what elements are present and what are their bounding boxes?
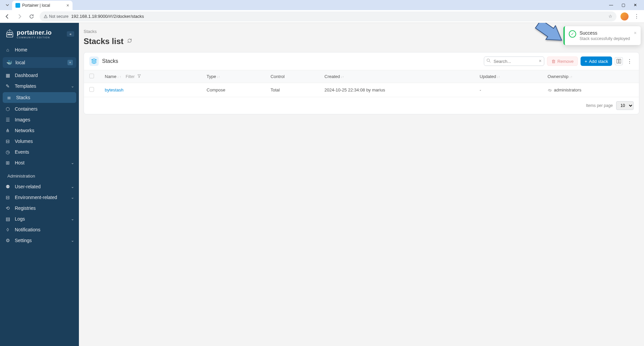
notifications-icon: ◊: [5, 227, 11, 232]
add-stack-button[interactable]: + Add stack: [581, 56, 612, 66]
columns-button[interactable]: [615, 57, 623, 65]
networks-icon: ⋔: [5, 128, 11, 133]
cell-ownership: administrators: [542, 83, 639, 97]
images-icon: ☰: [5, 117, 11, 122]
chevron-down-icon: ⌄: [71, 217, 74, 221]
tab-close-icon[interactable]: ×: [66, 3, 69, 8]
address-bar[interactable]: Not secure 192.168.1.18:9000/#!/2/docker…: [40, 11, 616, 22]
sidebar-item-label: Volumes: [15, 139, 33, 144]
sidebar-item-stacks[interactable]: ≣Stacks: [3, 92, 76, 103]
svg-rect-3: [9, 34, 10, 35]
forward-button[interactable]: [15, 12, 24, 21]
sidebar-item-label: Host: [15, 160, 25, 165]
svg-rect-7: [619, 59, 621, 63]
chevron-down-icon: ⌄: [71, 184, 74, 189]
templates-icon: ✎: [5, 83, 11, 89]
logo-name: portainer.io: [17, 29, 52, 36]
environment-related-icon: ⊟: [5, 195, 11, 200]
portainer-logo[interactable]: portainer.io COMMUNITY EDITION: [5, 29, 52, 39]
sidebar-item-host[interactable]: ⊞Host⌄: [0, 157, 79, 168]
sidebar-item-notifications[interactable]: ◊Notifications: [0, 224, 79, 235]
column-created[interactable]: Created↓↑: [319, 70, 474, 83]
minimize-button[interactable]: —: [606, 1, 616, 9]
collapse-sidebar-button[interactable]: «: [67, 31, 74, 37]
bookmark-icon[interactable]: ☆: [608, 14, 612, 19]
user-related-icon: ⚉: [5, 184, 11, 189]
sidebar-item-registries[interactable]: ⟲Registries: [0, 203, 79, 214]
items-per-page-select[interactable]: 10: [616, 101, 634, 110]
sidebar-item-environment-related[interactable]: ⊟Environment-related⌄: [0, 192, 79, 203]
search-input[interactable]: [484, 56, 544, 66]
containers-icon: ⬡: [5, 106, 11, 112]
profile-avatar[interactable]: [620, 12, 629, 21]
sidebar-item-logs[interactable]: ▤Logs⌄: [0, 214, 79, 224]
maximize-button[interactable]: ▢: [618, 1, 628, 9]
sidebar-item-label: Registries: [15, 205, 36, 211]
column-updated[interactable]: Updated↓↑: [474, 70, 542, 83]
filter-icon[interactable]: [137, 74, 141, 79]
warning-icon: [44, 14, 48, 18]
column-name[interactable]: Name↓↑ Filter: [99, 70, 201, 83]
chevron-down-icon: ⌄: [71, 238, 74, 243]
docker-icon: 🐳: [6, 60, 12, 65]
env-close-icon[interactable]: ×: [67, 60, 73, 65]
logs-icon: ▤: [5, 216, 11, 222]
sidebar-item-images[interactable]: ☰Images: [0, 114, 79, 125]
sidebar-item-containers[interactable]: ⬡Containers: [0, 104, 79, 114]
chevron-down-icon: ⌄: [71, 195, 74, 200]
column-ownership[interactable]: Ownership↓↑: [542, 70, 639, 83]
admin-section-title: Administration: [0, 168, 79, 181]
success-toast: ✓ Success Stack successfully deployed ×: [563, 26, 641, 45]
select-all-checkbox[interactable]: [89, 74, 94, 78]
remove-button[interactable]: 🗑 Remove: [547, 56, 578, 66]
sidebar-item-label: Stacks: [16, 95, 30, 100]
table-menu-button[interactable]: ⋮: [626, 57, 634, 65]
browser-titlebar: Portainer | local × — ▢ ✕: [0, 0, 644, 10]
close-window-button[interactable]: ✕: [631, 1, 640, 9]
refresh-icon[interactable]: [127, 38, 132, 45]
sidebar: portainer.io COMMUNITY EDITION « ⌂ Home …: [0, 23, 79, 346]
toast-close-icon[interactable]: ×: [634, 30, 637, 36]
browser-tab[interactable]: Portainer | local ×: [12, 1, 73, 10]
tab-dropdown[interactable]: [4, 2, 11, 8]
sidebar-item-events[interactable]: ◷Events: [0, 147, 79, 157]
sidebar-item-volumes[interactable]: ⊟Volumes: [0, 136, 79, 147]
browser-toolbar: Not secure 192.168.1.18:9000/#!/2/docker…: [0, 10, 644, 23]
column-control[interactable]: Control: [265, 70, 319, 83]
back-button[interactable]: [3, 12, 11, 21]
cell-created: 2024-10-25 22:34:08 by marius: [319, 83, 474, 97]
reload-button[interactable]: [28, 12, 36, 21]
table-row: bytestash Compose Total 2024-10-25 22:34…: [84, 83, 639, 97]
sidebar-item-settings[interactable]: ⚙Settings⌄: [0, 235, 79, 246]
success-check-icon: ✓: [569, 30, 576, 38]
sidebar-env-selector[interactable]: 🐳 local ×: [3, 57, 76, 68]
toast-message: Stack successfully deployed: [580, 36, 631, 41]
browser-menu-icon[interactable]: ⋮: [633, 12, 641, 21]
stacks-card: Stacks × 🗑 Remove +: [84, 52, 639, 114]
sidebar-item-home[interactable]: ⌂ Home: [0, 44, 79, 55]
dashboard-icon: ▦: [5, 73, 11, 78]
sidebar-item-label: Home: [15, 47, 27, 52]
clear-search-icon[interactable]: ×: [539, 58, 542, 64]
stack-name-link[interactable]: bytestash: [105, 87, 124, 92]
stacks-icon: [89, 56, 99, 66]
toast-title: Success: [580, 30, 631, 36]
sidebar-item-networks[interactable]: ⋔Networks: [0, 125, 79, 136]
events-icon: ◷: [5, 149, 11, 155]
sidebar-item-label: Dashboard: [15, 73, 38, 78]
sidebar-item-templates[interactable]: ✎Templates⌄: [0, 81, 79, 91]
svg-point-5: [487, 59, 490, 62]
trash-icon: 🗑: [551, 59, 556, 64]
security-indicator[interactable]: Not secure: [44, 14, 68, 19]
row-checkbox[interactable]: [89, 87, 94, 92]
sidebar-item-dashboard[interactable]: ▦Dashboard: [0, 70, 79, 81]
host-icon: ⊞: [5, 160, 11, 165]
logo-icon: [5, 29, 15, 39]
column-type[interactable]: Type↓↑: [201, 70, 265, 83]
sidebar-item-user-related[interactable]: ⚉User-related⌄: [0, 181, 79, 192]
card-title-text: Stacks: [102, 58, 118, 64]
eye-off-icon: [548, 87, 552, 92]
search-icon: [487, 59, 491, 64]
breadcrumb[interactable]: Stacks: [84, 29, 639, 34]
chevron-down-icon: ⌄: [71, 160, 74, 165]
